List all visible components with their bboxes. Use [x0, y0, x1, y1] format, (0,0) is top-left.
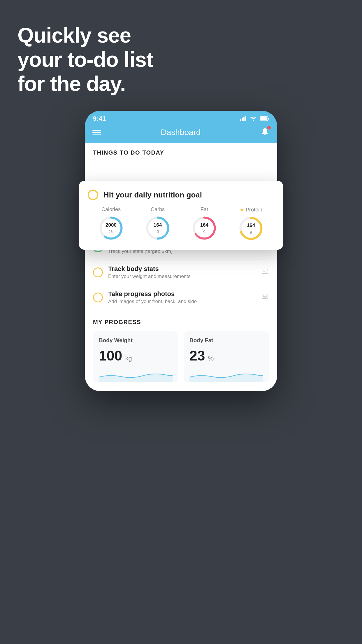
macro-label: ★Protein	[240, 206, 262, 213]
svg-point-19	[264, 296, 266, 297]
nav-title: Dashboard	[161, 128, 201, 137]
macro-item-fat: Fat 164g	[191, 206, 217, 242]
macro-value: 164g	[154, 222, 162, 234]
svg-rect-9	[242, 118, 243, 121]
todo-action-icon	[261, 267, 269, 277]
svg-rect-14	[268, 118, 269, 120]
todo-subtitle: Add images of your front, back, and side	[108, 299, 256, 304]
macro-ring: 164g	[238, 215, 264, 242]
progress-cards: Body Weight 100 kg Body Fat 23 %	[93, 331, 269, 382]
svg-rect-15	[260, 117, 267, 120]
svg-point-12	[253, 120, 254, 121]
notification-bell[interactable]	[260, 127, 270, 138]
wifi-icon	[250, 116, 257, 121]
macro-item-calories: Calories 2000cal	[98, 206, 124, 242]
macro-value: 2000cal	[106, 222, 117, 234]
hero-text: Quickly see your to-do list for the day.	[17, 23, 153, 96]
todo-item-progress-photo[interactable]: Take progress photos Add images of your …	[93, 285, 269, 310]
battery-icon	[260, 116, 269, 121]
todo-text: Take progress photos Add images of your …	[108, 290, 256, 304]
progress-chart	[99, 368, 173, 382]
svg-rect-8	[240, 119, 241, 121]
macro-ring: 164g	[145, 215, 171, 241]
svg-rect-10	[243, 117, 245, 121]
signal-icon	[240, 116, 247, 121]
macro-ring: 164g	[191, 215, 217, 241]
section-header: THINGS TO DO TODAY	[85, 143, 277, 159]
phone-mockup: 9:41	[85, 111, 277, 391]
progress-card-title: Body Fat	[189, 337, 263, 344]
hamburger-menu[interactable]	[92, 130, 101, 135]
status-time: 9:41	[93, 115, 106, 123]
todo-title: Take progress photos	[108, 290, 256, 298]
macro-label: Carbs	[151, 206, 165, 213]
todo-subtitle: Enter your weight and measurements	[108, 274, 256, 279]
progress-card-body-fat: Body Fat 23 %	[184, 331, 269, 382]
progress-card-title: Body Weight	[99, 337, 173, 344]
todo-action-icon	[261, 292, 269, 302]
progress-card-value: 23 %	[189, 348, 263, 364]
star-icon: ★	[240, 206, 244, 213]
notification-dot	[267, 126, 271, 130]
status-bar: 9:41	[85, 111, 277, 124]
progress-chart	[189, 368, 263, 382]
progress-section: MY PROGRESS Body Weight 100 kg Body Fat …	[85, 310, 277, 391]
macro-value: 164g	[200, 222, 208, 234]
todo-text: Track body stats Enter your weight and m…	[108, 265, 256, 279]
macro-label: Calories	[101, 206, 121, 213]
macros-row: Calories 2000cal Carbs 164g Fat 164g	[88, 206, 274, 242]
nutrition-card: Hit your daily nutrition goal Calories 2…	[79, 181, 283, 250]
todo-circle	[93, 267, 103, 277]
macro-value: 164g	[247, 223, 255, 235]
macro-item-carbs: Carbs 164g	[145, 206, 171, 242]
todo-item-body-stats[interactable]: Track body stats Enter your weight and m…	[93, 260, 269, 285]
macro-ring: 2000cal	[98, 215, 124, 241]
progress-card-value: 100 kg	[99, 348, 173, 364]
nav-bar: Dashboard	[85, 124, 277, 143]
todo-title: Track body stats	[108, 265, 256, 273]
svg-rect-11	[245, 116, 246, 121]
progress-header: MY PROGRESS	[93, 319, 269, 326]
todo-circle	[93, 293, 103, 302]
progress-card-body-weight: Body Weight 100 kg	[93, 331, 178, 382]
macro-item-protein: ★Protein 164g	[238, 206, 264, 242]
status-icons	[240, 116, 269, 121]
macro-label: Fat	[201, 206, 208, 213]
card-check-circle	[88, 190, 98, 200]
card-title: Hit your daily nutrition goal	[103, 190, 202, 200]
content-area: THINGS TO DO TODAY Running Track your st…	[85, 143, 277, 391]
